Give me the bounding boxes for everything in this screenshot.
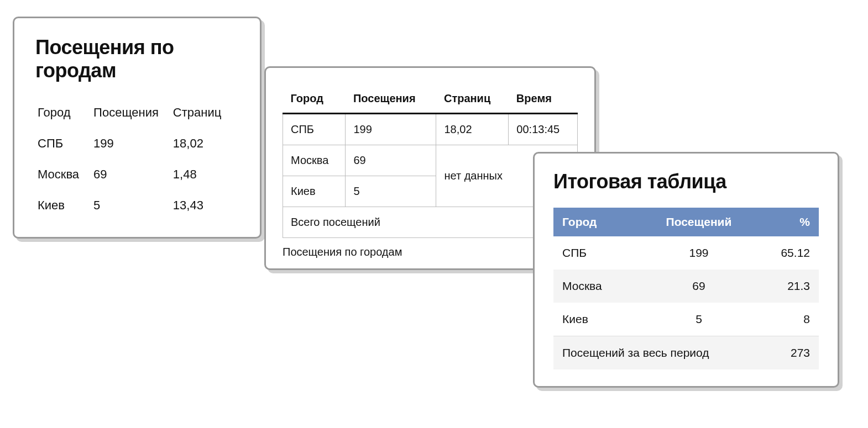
cell-city: СПБ	[36, 129, 91, 158]
col-time: Время	[509, 84, 578, 114]
cell-pages: 1,48	[172, 160, 233, 189]
col-city: Город	[553, 208, 637, 236]
cell-visits: 69	[92, 160, 171, 189]
table-row: Москва 69 1,48	[36, 160, 233, 189]
col-city: Город	[36, 98, 91, 128]
cell-city: Киев	[553, 303, 637, 336]
cell-city: СПБ	[553, 236, 637, 270]
cell-city: Киев	[283, 176, 346, 207]
col-pages: Страниц	[172, 98, 233, 128]
cell-pages: 13,43	[172, 191, 233, 220]
table-row: Киев 5 13,43	[36, 191, 233, 220]
col-visits: Посещения	[346, 84, 436, 114]
col-pages: Страниц	[436, 84, 509, 114]
cell-pages: 18,02	[172, 129, 233, 158]
card-title: Посещения по городам	[35, 36, 239, 82]
cell-pct: 8	[760, 303, 819, 336]
cell-visits: 5	[637, 303, 760, 336]
footer-value: 273	[760, 336, 819, 370]
table-row: СПБ 199 65.12	[553, 236, 819, 270]
cell-visits: 199	[637, 236, 760, 270]
cell-city: Киев	[36, 191, 91, 220]
cell-visits: 69	[346, 145, 436, 176]
cell-pct: 65.12	[760, 236, 819, 270]
summary-table: Город Посещений % СПБ 199 65.12 Москва 6…	[553, 208, 819, 369]
col-city: Город	[283, 84, 346, 114]
cell-visits: 5	[346, 176, 436, 207]
cell-city: Москва	[553, 270, 637, 303]
col-visits: Посещения	[92, 98, 171, 128]
table-row: СПБ 199 18,02 00:13:45	[283, 114, 578, 145]
table-row: Москва 69 21.3	[553, 270, 819, 303]
col-visits: Посещений	[637, 208, 760, 236]
table-row: СПБ 199 18,02	[36, 129, 233, 158]
visits-by-city-simple-card: Посещения по городам Город Посещения Стр…	[13, 17, 262, 239]
cell-pct: 21.3	[760, 270, 819, 303]
card-title: Итоговая таблица	[553, 170, 819, 193]
cell-visits: 199	[346, 114, 436, 145]
col-pct: %	[760, 208, 819, 236]
cell-city: СПБ	[283, 114, 346, 145]
footer-label: Посещений за весь период	[553, 336, 760, 370]
cell-visits: 199	[92, 129, 171, 158]
table-header-row: Город Посещения Страниц Время	[283, 84, 578, 114]
cell-city: Москва	[283, 145, 346, 176]
cell-pages: 18,02	[436, 114, 509, 145]
visits-simple-table: Город Посещения Страниц СПБ 199 18,02 Мо…	[35, 97, 234, 221]
table-header-row: Город Посещения Страниц	[36, 98, 233, 128]
table-footer-row: Посещений за весь период 273	[553, 336, 819, 370]
table-header-row: Город Посещений %	[553, 208, 819, 236]
cell-visits: 69	[637, 270, 760, 303]
summary-table-card: Итоговая таблица Город Посещений % СПБ 1…	[533, 152, 839, 388]
cell-visits: 5	[92, 191, 171, 220]
cell-time: 00:13:45	[509, 114, 578, 145]
cell-city: Москва	[36, 160, 91, 189]
table-row: Киев 5 8	[553, 303, 819, 336]
